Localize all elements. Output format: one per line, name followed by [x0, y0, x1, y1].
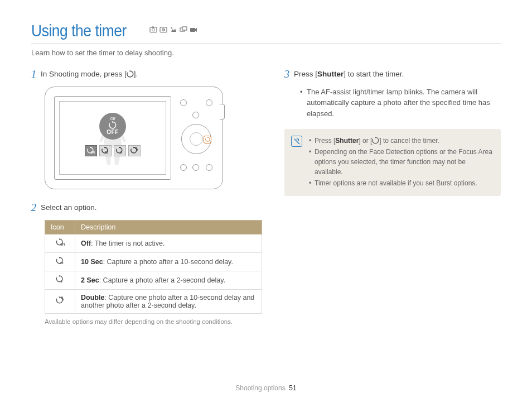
right-column: 3 Press [Shutter] to start the timer. Th…	[284, 69, 501, 325]
options-table: Icon Description Off: The timer is not a…	[45, 220, 262, 314]
step-3-text: Press [Shutter] to start the timer.	[294, 69, 404, 80]
row-2sec-icon	[45, 271, 75, 289]
mode-scene-icon	[170, 26, 177, 34]
note-box: Press [Shutter] or [] to cancel the time…	[284, 129, 501, 196]
list-item: Timer options are not available if you s…	[309, 178, 493, 188]
step-1-text: In Shooting mode, press [].	[41, 69, 138, 80]
row-10sec-icon	[45, 252, 75, 271]
svg-point-7	[152, 28, 154, 31]
table-row: 10 Sec: Capture a photo after a 10-secon…	[45, 252, 262, 271]
left-column: 1 In Shooting mode, press []. Off OFF	[31, 69, 262, 325]
title-divider	[31, 44, 501, 44]
step-3-number: 3	[284, 69, 289, 79]
control-dial	[181, 124, 211, 154]
option-double-icon	[128, 145, 141, 156]
step-2-text: Select an option.	[41, 203, 97, 213]
timer-icon	[372, 137, 379, 144]
page-footer: Shooting options 51	[0, 384, 532, 392]
timer-icon	[127, 70, 134, 78]
footer-section: Shooting options	[235, 384, 285, 392]
list-item: Press [Shutter] or [] to cancel the time…	[309, 136, 493, 146]
mode-dual-icon	[180, 26, 187, 34]
list-item: Depending on the Face Detection options …	[309, 147, 493, 177]
mode-smart-icon	[149, 26, 157, 34]
table-header-icon: Icon	[45, 220, 75, 234]
page-title: Using the timer	[31, 21, 127, 40]
step-3-details: The AF-assist light/timer lamp blinks. T…	[284, 87, 501, 119]
option-off-icon	[85, 145, 97, 156]
svg-rect-13	[182, 27, 187, 30]
timer-button-highlight	[204, 136, 211, 143]
mode-program-icon: P	[159, 26, 167, 34]
svg-rect-6	[152, 27, 154, 28]
svg-rect-5	[150, 27, 157, 32]
step-3: 3 Press [Shutter] to start the timer.	[284, 69, 501, 80]
step-2-number: 2	[31, 203, 36, 213]
camera-illustration: Off OFF	[31, 87, 262, 189]
step-1-number: 1	[31, 69, 36, 79]
step-1: 1 In Shooting mode, press [].	[31, 69, 262, 80]
table-header-desc: Description	[75, 220, 262, 234]
step-2: 2 Select an option.	[31, 203, 262, 213]
subtitle: Learn how to set the timer to delay shoo…	[31, 49, 501, 57]
table-row: Off: The timer is not active.	[45, 234, 262, 252]
selected-option-bubble: Off OFF	[99, 113, 126, 140]
row-double-icon	[45, 289, 75, 313]
table-caption: Available options may differ depending o…	[45, 318, 262, 325]
note-icon	[291, 136, 302, 147]
list-item: The AF-assist light/timer lamp blinks. T…	[300, 87, 501, 119]
table-row: Double: Capture one photo after a 10-sec…	[45, 289, 262, 313]
option-row	[85, 145, 141, 156]
svg-point-11	[171, 27, 172, 28]
page-number: 51	[289, 384, 296, 392]
svg-rect-14	[190, 28, 195, 32]
option-2sec-icon	[114, 145, 126, 156]
table-row: 2 Sec: Capture a photo after a 2-second …	[45, 271, 262, 289]
header: Using the timer P	[31, 21, 501, 40]
option-10sec-icon	[99, 145, 112, 156]
mode-movie-icon	[190, 26, 197, 34]
row-off-icon	[45, 234, 75, 252]
mode-icons-row: P	[149, 26, 197, 34]
